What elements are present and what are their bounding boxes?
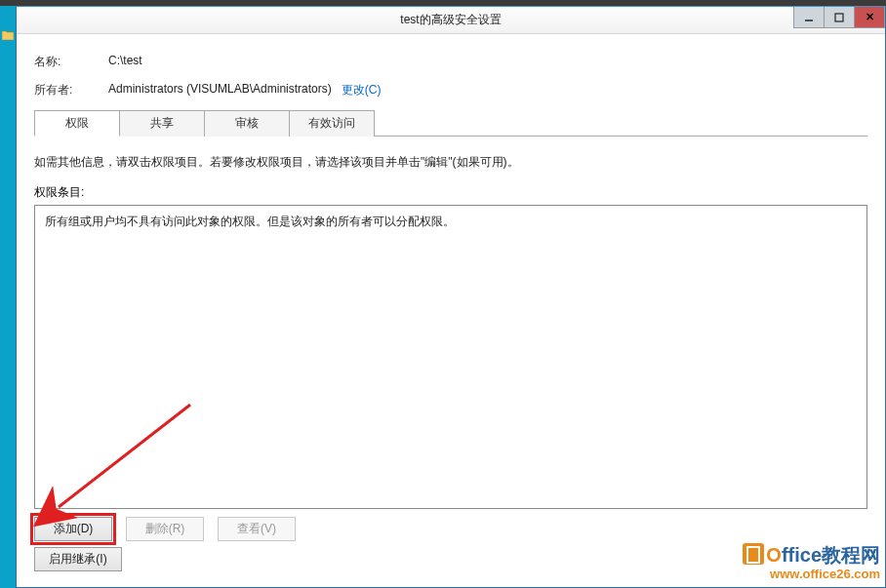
owner-value: Administrators (VISUMLAB\Administrators) — [108, 82, 332, 98]
close-button[interactable]: ✕ — [854, 7, 885, 28]
dialog-content: 名称: C:\test 所有者: Administrators (VISUMLA… — [17, 34, 885, 581]
watermark-line1: Office教程网 — [743, 543, 880, 567]
watermark-url: www.office26.com — [743, 567, 880, 582]
entries-empty-message: 所有组或用户均不具有访问此对象的权限。但是该对象的所有者可以分配权限。 — [45, 214, 857, 230]
permission-entries-list[interactable]: 所有组或用户均不具有访问此对象的权限。但是该对象的所有者可以分配权限。 — [34, 205, 867, 509]
view-button: 查看(V) — [218, 517, 296, 541]
tab-auditing[interactable]: 审核 — [204, 110, 290, 137]
remove-button: 删除(R) — [126, 517, 204, 541]
maximize-icon — [834, 13, 844, 22]
name-row: 名称: C:\test — [34, 54, 867, 70]
add-button[interactable]: 添加(D) — [34, 517, 112, 541]
change-owner-link[interactable]: 更改(C) — [342, 82, 382, 98]
entries-button-row: 添加(D) 删除(R) 查看(V) — [34, 517, 867, 541]
maximize-button[interactable] — [824, 7, 855, 28]
watermark: Office教程网 www.office26.com — [743, 543, 880, 582]
instruction-text: 如需其他信息，请双击权限项目。若要修改权限项目，请选择该项目并单击"编辑"(如果… — [34, 154, 867, 171]
owner-label: 所有者: — [34, 82, 108, 98]
entries-label: 权限条目: — [34, 184, 867, 201]
svg-rect-1 — [835, 14, 843, 21]
advanced-security-dialog: test的高级安全设置 ✕ 名称: C:\test 所有者: Administr… — [16, 6, 886, 588]
tab-permissions[interactable]: 权限 — [34, 110, 120, 137]
window-controls: ✕ — [794, 7, 885, 28]
watermark-logo-icon — [743, 543, 764, 565]
name-value: C:\test — [108, 54, 142, 70]
titlebar: test的高级安全设置 ✕ — [17, 7, 885, 34]
tab-sharing[interactable]: 共享 — [119, 110, 205, 137]
close-icon: ✕ — [866, 11, 874, 23]
enable-inheritance-button[interactable]: 启用继承(I) — [34, 547, 122, 571]
name-label: 名称: — [34, 54, 108, 70]
owner-row: 所有者: Administrators (VISUMLAB\Administra… — [34, 82, 867, 98]
minimize-button[interactable] — [793, 7, 825, 28]
minimize-icon — [804, 13, 814, 22]
tab-strip: 权限 共享 审核 有效访问 — [34, 110, 867, 137]
explorer-left-strip — [0, 6, 16, 588]
tab-effective-access[interactable]: 有效访问 — [289, 110, 375, 137]
window-title: test的高级安全设置 — [17, 12, 885, 28]
folder-icon — [2, 30, 14, 40]
